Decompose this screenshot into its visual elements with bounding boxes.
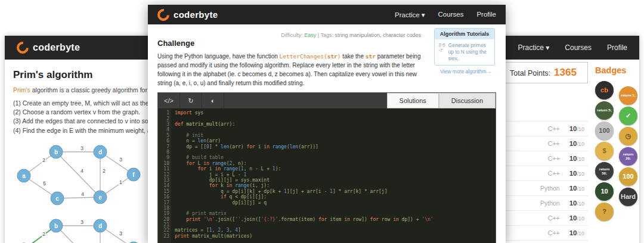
- code-line: dp[i][j] = sys.maxint: [175, 177, 496, 183]
- coderbyte-logo-fg[interactable]: coderbyte: [157, 9, 218, 21]
- total-points-label: Total Points:: [510, 69, 550, 77]
- code-line: j = i + L - 1: [175, 172, 496, 177]
- badge-hourglass[interactable]: ◷: [619, 127, 637, 145]
- code-line: # print matrix: [175, 211, 496, 216]
- code-line: [175, 205, 496, 211]
- result-score: 10/10: [569, 214, 584, 222]
- svg-text:3: 3: [80, 145, 83, 151]
- code-content[interactable]: import sys def matrix_mult(arr): # init …: [171, 108, 496, 243]
- badge-cb[interactable]: cb: [595, 81, 614, 99]
- badge-return-20[interactable]: return 20;: [619, 147, 637, 166]
- algorithm-tutorials-box[interactable]: Algorithm Tutorials 3·5 ·7 Generate prim…: [434, 28, 495, 66]
- tags-label: Tags:: [320, 32, 335, 38]
- result-row[interactable]: C++10/10: [503, 122, 588, 136]
- code-icon[interactable]: </>: [158, 93, 180, 108]
- badge-10-green[interactable]: 10: [595, 182, 614, 201]
- graph-2: 23354241abcdef: [13, 216, 145, 243]
- result-language: C++: [548, 229, 560, 236]
- coderbyte-logo-icon: [155, 6, 172, 23]
- badges-title: Badges: [595, 66, 639, 75]
- badge-100-silver[interactable]: 100: [595, 122, 614, 140]
- difficulty-label: Difficulty:: [281, 32, 304, 38]
- code-line: def matrix_mult(arr):: [175, 122, 496, 127]
- svg-text:d: d: [98, 148, 102, 155]
- code-line: print '\n'.join([''.join(['{:?}'.format(…: [175, 217, 496, 222]
- coderbyte-logo-text: coderbyte: [174, 10, 218, 20]
- tutorials-body: 3·5 ·7 Generate primes up to N using the…: [435, 39, 494, 65]
- badge-100-gold[interactable]: 100: [619, 167, 637, 186]
- difficulty-value: Easy: [304, 32, 316, 38]
- result-row[interactable]: C++10/10: [503, 166, 588, 181]
- svg-text:3: 3: [119, 157, 122, 163]
- svg-text:4: 4: [80, 168, 83, 174]
- stats-panel: Total Points: 1365 C++10/10C++10/10C++10…: [503, 62, 588, 241]
- bg-nav: Practice ▾CoursesProfile: [518, 43, 627, 52]
- result-language: C++: [548, 155, 560, 162]
- svg-text:2: 2: [103, 168, 106, 174]
- code-line: q = dp[i][k] + dp[k + 1][j] + arr[i - 1]…: [175, 189, 496, 194]
- result-row[interactable]: Python10/10: [503, 196, 588, 211]
- fg-nav: Practice ▾CoursesProfile: [395, 11, 496, 19]
- code-editor: </>↻◐ SolutionsDiscussion 12345678910111…: [157, 92, 496, 243]
- svg-text:4: 4: [81, 191, 84, 197]
- svg-text:3: 3: [80, 219, 83, 225]
- code-line: for L in range(2, n):: [175, 161, 496, 166]
- tags-value: string manipulation, character codes: [335, 32, 421, 38]
- coderbyte-logo[interactable]: coderbyte: [17, 42, 80, 54]
- result-score: 10/10: [569, 170, 584, 177]
- challenge-window: coderbyte Practice ▾CoursesProfile Diffi…: [148, 5, 506, 243]
- result-language: C++: [548, 214, 560, 222]
- tab-discussion[interactable]: Discussion: [439, 93, 496, 108]
- refresh-icon[interactable]: ↻: [180, 93, 202, 108]
- code-line: [175, 116, 496, 122]
- svg-text:d: d: [98, 222, 102, 229]
- tutorials-text: Generate primes up to N using the siev..: [448, 42, 491, 62]
- tab-solutions[interactable]: Solutions: [387, 93, 439, 108]
- result-row[interactable]: C++10/10: [503, 151, 588, 166]
- prims-link[interactable]: Prim's: [13, 86, 30, 94]
- code-area[interactable]: 1234567891011121314151617181920212223 im…: [158, 108, 496, 243]
- contrast-icon[interactable]: ◐: [202, 93, 224, 108]
- result-row[interactable]: C++10/10: [503, 226, 588, 241]
- editor-toolbar-row: </>↻◐ SolutionsDiscussion: [158, 93, 496, 108]
- result-language: Python: [540, 185, 560, 192]
- code-line: matrices = [1, 2, 3, 4]: [175, 228, 496, 233]
- svg-text:5: 5: [43, 180, 46, 186]
- challenge-description: Using the Python language, have the func…: [157, 52, 426, 88]
- nav-practice[interactable]: Practice ▾: [518, 43, 550, 52]
- badge-hard[interactable]: Hard: [619, 188, 637, 206]
- code-line: [175, 222, 496, 228]
- result-row[interactable]: C++10/10: [503, 211, 588, 226]
- editor-tabs: SolutionsDiscussion: [387, 93, 496, 108]
- total-points-value: 1365: [554, 67, 577, 79]
- editor-toolbar: </>↻◐: [158, 93, 387, 108]
- code-line: [175, 149, 496, 155]
- code-line: # build table: [175, 155, 496, 160]
- badge-check[interactable]: ✓: [619, 107, 637, 125]
- result-score: 10/10: [569, 185, 584, 192]
- nav-profile[interactable]: Profile: [607, 43, 627, 52]
- code-line: n = len(arr): [175, 138, 496, 144]
- svg-text:e: e: [98, 194, 102, 200]
- challenge-meta: Difficulty: Easy | Tags: string manipula…: [281, 32, 421, 38]
- nav-courses[interactable]: Courses: [565, 43, 592, 52]
- badge-return-50[interactable]: return 50;: [595, 162, 614, 180]
- fg-content: Difficulty: Easy | Tags: string manipula…: [148, 24, 506, 243]
- code-line: for i in range(1, n - L + 1):: [175, 166, 496, 172]
- line-numbers: 1234567891011121314151617181920212223: [158, 108, 171, 243]
- result-row[interactable]: C++10/10: [503, 136, 588, 151]
- badge-question[interactable]: ?: [595, 202, 614, 221]
- nav-practice[interactable]: Practice ▾: [395, 11, 425, 19]
- code-line: import sys: [175, 110, 496, 116]
- result-language: C++: [548, 170, 560, 177]
- badge-return-5[interactable]: return 5;: [595, 101, 614, 120]
- badge-return-1[interactable]: return 1;: [619, 86, 637, 105]
- result-row[interactable]: Python10/10: [503, 181, 588, 196]
- desktop: coderbyte Practice ▾CoursesProfile Prim'…: [0, 0, 644, 243]
- nav-courses[interactable]: Courses: [438, 11, 464, 19]
- view-more-algorithms-link[interactable]: View more algorithm→: [440, 68, 491, 74]
- nav-profile[interactable]: Profile: [476, 11, 496, 19]
- badges-grid: cbreturn 1;return 5;✓100◷$return 20;retu…: [595, 81, 639, 221]
- result-score: 10/10: [569, 155, 584, 162]
- badge-coins[interactable]: $: [595, 142, 614, 160]
